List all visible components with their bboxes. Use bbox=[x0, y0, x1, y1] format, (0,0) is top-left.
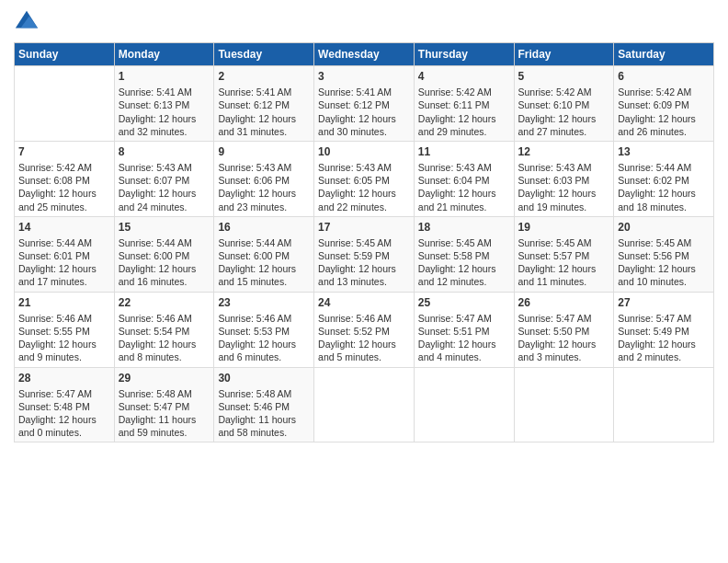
day-info-line: Sunrise: 5:48 AM bbox=[119, 387, 210, 400]
day-info-line: Sunrise: 5:41 AM bbox=[218, 86, 310, 98]
day-info-line: and 11 minutes. bbox=[518, 275, 610, 288]
day-info-line: and 0 minutes. bbox=[18, 426, 110, 439]
day-info-line: and 2 minutes. bbox=[618, 350, 710, 363]
day-cell: 5Sunrise: 5:42 AMSunset: 6:10 PMDaylight… bbox=[514, 66, 614, 142]
day-info-line: Daylight: 12 hours bbox=[18, 187, 110, 200]
day-info-line: and 29 minutes. bbox=[418, 125, 510, 138]
day-info-line: Daylight: 12 hours bbox=[618, 187, 710, 200]
day-info-line: and 4 minutes. bbox=[418, 350, 510, 363]
day-info-line: Sunrise: 5:43 AM bbox=[218, 161, 310, 174]
day-info-line: Sunrise: 5:47 AM bbox=[618, 312, 710, 325]
day-info-line: Sunset: 5:56 PM bbox=[618, 249, 710, 262]
day-info-line: Sunset: 5:49 PM bbox=[618, 325, 710, 338]
day-cell: 26Sunrise: 5:47 AMSunset: 5:50 PMDayligh… bbox=[514, 292, 614, 367]
day-info-line: and 15 minutes. bbox=[218, 275, 310, 288]
day-header-sunday: Sunday bbox=[15, 43, 115, 66]
day-info-line: Sunset: 6:06 PM bbox=[218, 174, 310, 187]
week-row-2: 7Sunrise: 5:42 AMSunset: 6:08 PMDaylight… bbox=[15, 141, 714, 216]
day-info-line: Daylight: 12 hours bbox=[119, 187, 210, 200]
day-info-line: Sunset: 5:51 PM bbox=[418, 325, 510, 338]
page-header bbox=[14, 9, 714, 35]
day-cell: 8Sunrise: 5:43 AMSunset: 6:07 PMDaylight… bbox=[114, 141, 214, 216]
day-info-line: Daylight: 11 hours bbox=[218, 413, 310, 426]
day-info-line: Daylight: 11 hours bbox=[119, 413, 210, 426]
day-number: 23 bbox=[218, 295, 310, 310]
day-info-line: Sunset: 5:53 PM bbox=[218, 325, 310, 338]
day-info-line: Sunset: 5:59 PM bbox=[318, 249, 410, 262]
calendar-header-row: SundayMondayTuesdayWednesdayThursdayFrid… bbox=[15, 43, 714, 66]
day-info-line: Sunset: 5:58 PM bbox=[418, 249, 510, 262]
page-container: SundayMondayTuesdayWednesdayThursdayFrid… bbox=[0, 0, 728, 452]
day-info-line: Sunrise: 5:44 AM bbox=[218, 236, 310, 249]
day-info-line: and 9 minutes. bbox=[18, 350, 110, 363]
day-info-line: Sunrise: 5:45 AM bbox=[518, 236, 610, 249]
day-number: 30 bbox=[218, 371, 310, 385]
day-number: 17 bbox=[318, 220, 410, 235]
day-info-line: and 18 minutes. bbox=[618, 201, 710, 213]
day-number: 19 bbox=[518, 220, 610, 235]
day-cell: 2Sunrise: 5:41 AMSunset: 6:12 PMDaylight… bbox=[214, 66, 314, 142]
day-info-line: Sunset: 6:09 PM bbox=[618, 98, 710, 111]
day-number: 18 bbox=[418, 220, 510, 235]
day-cell bbox=[414, 367, 514, 442]
day-info-line: Daylight: 12 hours bbox=[518, 187, 610, 200]
day-number: 10 bbox=[318, 144, 410, 159]
day-number: 20 bbox=[618, 220, 710, 235]
day-info-line: Sunrise: 5:46 AM bbox=[119, 312, 210, 325]
day-number: 14 bbox=[18, 220, 110, 235]
day-info-line: Sunrise: 5:46 AM bbox=[218, 312, 310, 325]
day-cell: 30Sunrise: 5:48 AMSunset: 5:46 PMDayligh… bbox=[214, 367, 314, 442]
day-cell: 6Sunrise: 5:42 AMSunset: 6:09 PMDaylight… bbox=[614, 66, 714, 142]
day-cell: 3Sunrise: 5:41 AMSunset: 6:12 PMDaylight… bbox=[314, 66, 415, 142]
day-info-line: Sunset: 6:13 PM bbox=[119, 98, 210, 111]
day-info-line: Sunrise: 5:45 AM bbox=[618, 236, 710, 249]
day-info-line: and 12 minutes. bbox=[418, 275, 510, 288]
day-number: 15 bbox=[119, 220, 210, 235]
day-info-line: Sunset: 6:12 PM bbox=[318, 98, 410, 111]
day-info-line: and 23 minutes. bbox=[218, 201, 310, 213]
day-info-line: Sunset: 6:04 PM bbox=[418, 174, 510, 187]
logo bbox=[14, 9, 41, 35]
day-info-line: Daylight: 12 hours bbox=[18, 262, 110, 275]
week-row-5: 28Sunrise: 5:47 AMSunset: 5:48 PMDayligh… bbox=[15, 367, 714, 442]
day-header-wednesday: Wednesday bbox=[314, 43, 415, 66]
day-info-line: Sunset: 5:54 PM bbox=[119, 325, 210, 338]
day-info-line: Sunrise: 5:47 AM bbox=[18, 387, 110, 400]
day-info-line: Sunrise: 5:46 AM bbox=[318, 312, 410, 325]
day-info-line: and 24 minutes. bbox=[119, 201, 210, 213]
day-cell: 19Sunrise: 5:45 AMSunset: 5:57 PMDayligh… bbox=[514, 216, 614, 292]
day-info-line: Daylight: 12 hours bbox=[318, 338, 410, 350]
day-cell bbox=[15, 66, 115, 142]
day-cell: 7Sunrise: 5:42 AMSunset: 6:08 PMDaylight… bbox=[15, 141, 115, 216]
day-info-line: Sunrise: 5:42 AM bbox=[618, 86, 710, 98]
day-info-line: and 26 minutes. bbox=[618, 125, 710, 138]
day-header-tuesday: Tuesday bbox=[214, 43, 314, 66]
day-info-line: Daylight: 12 hours bbox=[218, 187, 310, 200]
day-info-line: Sunrise: 5:43 AM bbox=[418, 161, 510, 174]
day-info-line: Sunrise: 5:46 AM bbox=[18, 312, 110, 325]
day-info-line: Sunrise: 5:41 AM bbox=[119, 86, 210, 98]
day-cell: 14Sunrise: 5:44 AMSunset: 6:01 PMDayligh… bbox=[15, 216, 115, 292]
day-info-line: Sunset: 6:01 PM bbox=[18, 249, 110, 262]
week-row-3: 14Sunrise: 5:44 AMSunset: 6:01 PMDayligh… bbox=[15, 216, 714, 292]
week-row-4: 21Sunrise: 5:46 AMSunset: 5:55 PMDayligh… bbox=[15, 292, 714, 367]
day-number: 1 bbox=[119, 69, 210, 84]
day-cell bbox=[614, 367, 714, 442]
day-info-line: and 22 minutes. bbox=[318, 201, 410, 213]
day-info-line: Sunset: 5:55 PM bbox=[18, 325, 110, 338]
day-info-line: Sunrise: 5:43 AM bbox=[119, 161, 210, 174]
day-header-saturday: Saturday bbox=[614, 43, 714, 66]
day-number: 28 bbox=[18, 371, 110, 385]
day-info-line: and 16 minutes. bbox=[119, 275, 210, 288]
day-info-line: Daylight: 12 hours bbox=[518, 112, 610, 125]
day-number: 3 bbox=[318, 69, 410, 84]
day-info-line: Daylight: 12 hours bbox=[418, 262, 510, 275]
day-number: 22 bbox=[119, 295, 210, 310]
day-info-line: Sunset: 5:50 PM bbox=[518, 325, 610, 338]
day-info-line: and 6 minutes. bbox=[218, 350, 310, 363]
day-cell: 27Sunrise: 5:47 AMSunset: 5:49 PMDayligh… bbox=[614, 292, 714, 367]
day-cell: 29Sunrise: 5:48 AMSunset: 5:47 PMDayligh… bbox=[114, 367, 214, 442]
day-info-line: Daylight: 12 hours bbox=[418, 338, 510, 350]
day-info-line: and 30 minutes. bbox=[318, 125, 410, 138]
day-number: 13 bbox=[618, 144, 710, 159]
